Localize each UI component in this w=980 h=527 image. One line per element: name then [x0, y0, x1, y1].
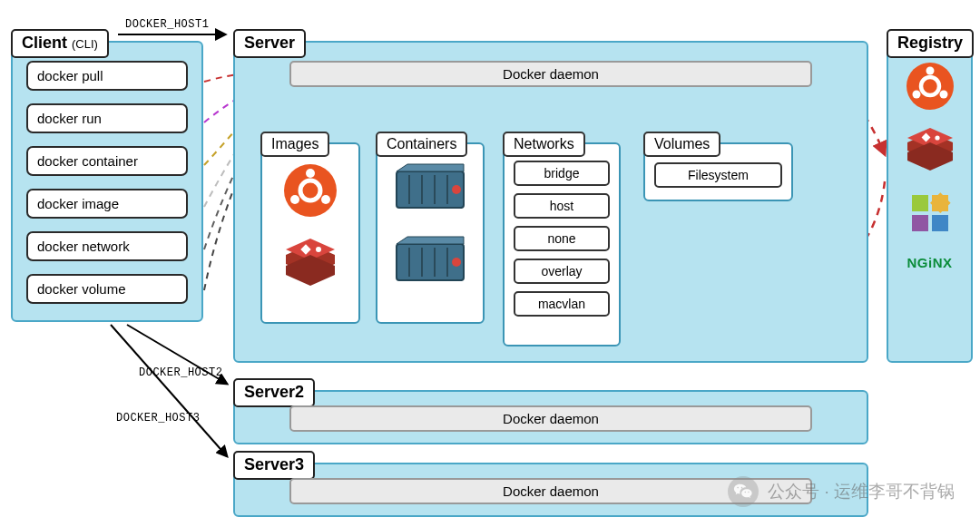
svg-point-26 — [452, 258, 461, 267]
svg-point-29 — [926, 67, 934, 75]
docker-host1-label: DOCKER_HOST1 — [125, 18, 209, 31]
svg-rect-40 — [932, 215, 948, 231]
nginx-icon: NGiNX — [906, 255, 952, 270]
svg-point-30 — [912, 91, 920, 99]
client-command-list: docker pull docker run docker container … — [26, 61, 188, 304]
client-title: Client (CLI) — [11, 29, 109, 58]
watermark-text: 公众号 · 运维李哥不背锅 — [768, 480, 955, 503]
server2-daemon-bar: Docker daemon — [289, 405, 812, 432]
network-item-none: none — [514, 226, 610, 251]
container-icon — [395, 235, 466, 286]
svg-marker-21 — [397, 237, 464, 244]
volume-item-filesystem: Filesystem — [654, 162, 782, 188]
cmd-docker-container[interactable]: docker container — [26, 146, 188, 176]
images-panel: Images — [260, 142, 360, 324]
docker-host2-label: DOCKER_HOST2 — [139, 366, 222, 379]
container-icon — [395, 162, 466, 213]
wechat-icon — [728, 476, 759, 507]
server-panel: Server Docker daemon Images Containers — [233, 41, 868, 363]
redis-icon — [905, 128, 956, 171]
network-item-bridge: bridge — [514, 161, 610, 186]
svg-point-5 — [306, 169, 315, 178]
containers-panel: Containers — [376, 142, 485, 324]
redis-icon — [282, 239, 338, 288]
svg-point-7 — [321, 195, 330, 204]
networks-title: Networks — [503, 132, 585, 157]
client-subtitle: (CLI) — [72, 37, 98, 51]
server-title: Server — [233, 29, 306, 58]
server2-title: Server2 — [233, 378, 315, 407]
network-item-host: host — [514, 193, 610, 219]
svg-marker-14 — [397, 164, 464, 171]
network-item-macvlan: macvlan — [514, 291, 610, 317]
docker-daemon-bar: Docker daemon — [289, 61, 812, 87]
svg-rect-39 — [912, 215, 928, 231]
client-panel: Client (CLI) docker pull docker run dock… — [11, 41, 203, 322]
watermark: 公众号 · 运维李哥不背锅 — [728, 476, 955, 507]
registry-title: Registry — [887, 29, 974, 58]
svg-rect-37 — [912, 195, 928, 211]
cmd-docker-volume[interactable]: docker volume — [26, 274, 188, 304]
containers-title: Containers — [376, 132, 467, 157]
svg-point-36 — [935, 135, 939, 140]
ubuntu-icon — [905, 61, 956, 112]
client-title-text: Client — [22, 34, 67, 52]
svg-line-2 — [111, 325, 227, 456]
server3-title: Server3 — [233, 451, 315, 480]
server2-panel: Server2 Docker daemon — [233, 390, 868, 444]
registry-panel: Registry NGiNX — [887, 41, 973, 363]
svg-point-19 — [452, 185, 461, 194]
images-title: Images — [260, 132, 329, 157]
cmd-docker-pull[interactable]: docker pull — [26, 61, 188, 91]
svg-point-12 — [316, 247, 321, 252]
docker-host3-label: DOCKER_HOST3 — [116, 412, 200, 425]
cmd-docker-image[interactable]: docker image — [26, 189, 188, 219]
cmd-docker-run[interactable]: docker run — [26, 103, 188, 133]
network-item-overlay: overlay — [514, 259, 610, 284]
svg-point-6 — [290, 195, 299, 204]
centos-icon — [905, 188, 956, 239]
svg-point-31 — [939, 91, 947, 99]
volumes-panel: Volumes Filesystem — [643, 142, 793, 201]
networks-panel: Networks bridge host none overlay macvla… — [503, 142, 621, 346]
volumes-title: Volumes — [643, 132, 720, 157]
ubuntu-icon — [282, 162, 338, 219]
cmd-docker-network[interactable]: docker network — [26, 231, 188, 261]
